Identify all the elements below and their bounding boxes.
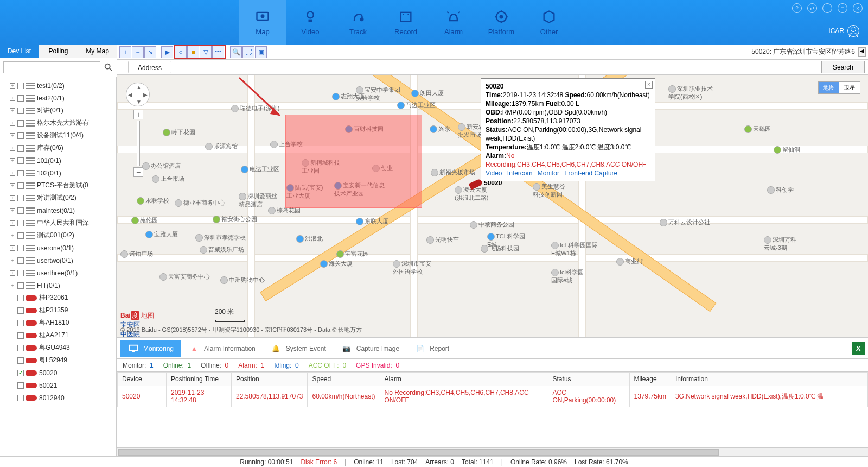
tree-group[interactable]: +PTCS-平台测试(0 xyxy=(3,179,116,192)
expand-icon[interactable]: + xyxy=(10,108,15,113)
tree-group[interactable]: +maintest(0/1) xyxy=(3,204,116,217)
checkbox[interactable] xyxy=(17,182,24,189)
zoom-area-icon[interactable]: 🔍 xyxy=(230,46,242,58)
checkbox[interactable] xyxy=(17,220,24,226)
expand-icon[interactable]: + xyxy=(10,171,15,176)
tree-group[interactable]: +格尔木先大旅游有 xyxy=(3,117,116,129)
checkbox[interactable] xyxy=(17,395,24,401)
expand-icon[interactable]: + xyxy=(10,233,15,238)
tree-device[interactable]: 粤AH1810 xyxy=(3,317,116,329)
checkbox[interactable] xyxy=(17,108,24,114)
ruler-icon[interactable]: ↘ xyxy=(144,46,156,58)
btab-capture[interactable]: 📷 Capture Image xyxy=(334,340,407,357)
zoom-out-icon[interactable]: − xyxy=(132,46,144,58)
poly-tool-icon[interactable]: ▽ xyxy=(200,46,212,58)
zoom-slider[interactable] xyxy=(137,121,140,166)
tree-device[interactable]: ✓50020 xyxy=(3,367,116,379)
tree-device[interactable]: 桂P31359 xyxy=(3,304,116,317)
tree-device[interactable]: 粤GU4943 xyxy=(3,342,116,354)
infowindow-close-icon[interactable]: × xyxy=(645,81,653,89)
tree-group[interactable]: +FIT(0/1) xyxy=(3,279,116,292)
zoom-in-icon[interactable]: + xyxy=(119,46,131,58)
play-icon[interactable]: ▶ xyxy=(161,46,173,58)
zoom-out-button[interactable]: − xyxy=(133,167,143,177)
tree-group[interactable]: +101(0/1) xyxy=(3,154,116,167)
tab-polling[interactable]: Polling xyxy=(39,45,78,58)
checkbox[interactable] xyxy=(17,120,24,127)
expand-icon[interactable]: + xyxy=(10,245,15,251)
tree-group[interactable]: +102(0/1) xyxy=(3,167,116,179)
checkbox[interactable] xyxy=(17,357,24,364)
tree-group[interactable]: +对讲(0/1) xyxy=(3,104,116,117)
minimize-icon[interactable]: – xyxy=(822,3,832,13)
checkbox[interactable] xyxy=(17,207,24,214)
tree-group[interactable]: +userone(0/1) xyxy=(3,242,116,254)
tree-group[interactable]: +对讲测试(0/2) xyxy=(3,192,116,204)
tab-devlist[interactable]: Dev List xyxy=(0,45,39,58)
checkbox[interactable] xyxy=(17,282,24,289)
link-capture[interactable]: Front-end Capture xyxy=(564,169,617,177)
checkbox[interactable]: ✓ xyxy=(17,370,24,376)
fullscreen-icon[interactable]: ⛶ xyxy=(242,46,254,58)
maximize-icon[interactable]: □ xyxy=(838,3,847,13)
checkbox[interactable] xyxy=(17,320,24,326)
checkbox[interactable] xyxy=(17,270,24,276)
tree-group[interactable]: +userthree(0/1) xyxy=(3,267,116,279)
close-icon[interactable]: × xyxy=(853,3,863,13)
expand-icon[interactable]: + xyxy=(10,146,15,151)
link-video[interactable]: Video xyxy=(486,169,502,177)
tree-group[interactable]: +设备测试11(0/4) xyxy=(3,129,116,142)
prev-arrow-icon[interactable]: ◀ xyxy=(858,47,866,57)
expand-icon[interactable]: + xyxy=(10,83,15,89)
panel-icon[interactable]: ▣ xyxy=(255,46,267,58)
checkbox[interactable] xyxy=(17,145,24,152)
search-input[interactable] xyxy=(3,61,100,73)
checkbox[interactable] xyxy=(17,345,24,351)
swap-icon[interactable]: ⇄ xyxy=(807,3,817,13)
export-excel-icon[interactable]: X xyxy=(852,342,865,355)
nav-video[interactable]: Video xyxy=(286,0,334,45)
expand-icon[interactable]: + xyxy=(10,208,15,213)
link-monitor[interactable]: Monitor xyxy=(538,169,559,177)
expand-icon[interactable]: + xyxy=(10,96,15,101)
checkbox[interactable] xyxy=(17,195,24,201)
checkbox[interactable] xyxy=(17,83,24,89)
tab-mymap[interactable]: My Map xyxy=(78,45,117,58)
device-tree[interactable]: +test1(0/2)+test2(0/1)+对讲(0/1)+格尔木先大旅游有+… xyxy=(0,77,117,456)
btab-report[interactable]: 📄 Report xyxy=(407,340,457,357)
expand-icon[interactable]: + xyxy=(10,158,15,163)
tree-group[interactable]: +测试001(0/2) xyxy=(3,229,116,242)
checkbox[interactable] xyxy=(17,257,24,264)
tree-group[interactable]: +中华人民共和国深 xyxy=(3,217,116,229)
checkbox[interactable] xyxy=(17,132,24,139)
nav-other[interactable]: Other xyxy=(525,0,573,45)
link-intercom[interactable]: Intercom xyxy=(507,169,533,177)
expand-icon[interactable]: + xyxy=(10,283,15,288)
checkbox[interactable] xyxy=(17,307,24,314)
search-icon[interactable] xyxy=(104,62,113,72)
horizontal-scrollbar[interactable] xyxy=(117,447,868,456)
expand-icon[interactable]: + xyxy=(10,183,15,188)
address-search-button[interactable]: Search xyxy=(821,61,865,73)
nav-map[interactable]: Map xyxy=(239,0,286,45)
expand-icon[interactable]: + xyxy=(10,121,15,126)
pan-control[interactable]: ▲▼ ◀▶ xyxy=(126,83,150,106)
tree-device[interactable]: 50021 xyxy=(3,379,116,392)
circle-tool-icon[interactable]: ○ xyxy=(175,46,187,58)
tree-device[interactable]: 8012940 xyxy=(3,392,116,404)
expand-icon[interactable]: + xyxy=(10,220,15,226)
tree-device[interactable]: 桂AA2171 xyxy=(3,329,116,342)
rect-tool-icon[interactable]: ■ xyxy=(187,46,199,58)
map-type-satellite[interactable]: 卫星 xyxy=(839,82,860,93)
checkbox[interactable] xyxy=(17,245,24,251)
user-area[interactable]: ICAR xyxy=(828,25,859,37)
map-type-map[interactable]: 地图 xyxy=(819,82,839,93)
checkbox[interactable] xyxy=(17,95,24,102)
map-canvas[interactable]: 宝安中学集团实验学校朗田大厦瑞德电子(深圳)志翔大厦马边工业区岭下花园乐源宾馆上… xyxy=(117,75,868,338)
checkbox[interactable] xyxy=(17,295,24,301)
tree-group[interactable]: +test2(0/1) xyxy=(3,92,116,104)
tree-device[interactable]: 桂P32061 xyxy=(3,292,116,304)
expand-icon[interactable]: + xyxy=(10,195,15,201)
tree-device[interactable]: 粤L52949 xyxy=(3,354,116,367)
checkbox[interactable] xyxy=(17,157,24,164)
